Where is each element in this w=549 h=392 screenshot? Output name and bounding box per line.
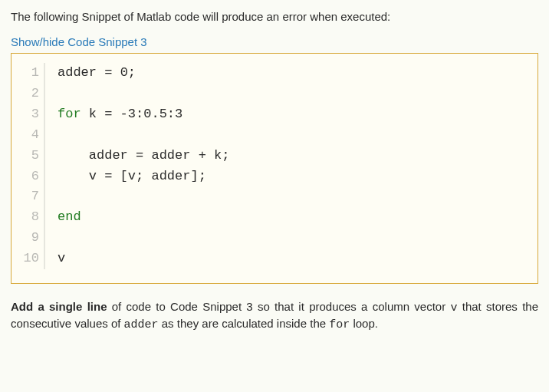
task-part1: of code to Code Snippet 3 so that it pro… (107, 300, 450, 313)
line-number: 7 (22, 186, 44, 207)
gutter-bar (44, 104, 45, 125)
task-code-for: for (329, 318, 350, 331)
code-text: adder = 0; (58, 63, 136, 84)
task-part3: as they are calculated inside the (159, 317, 330, 330)
line-number: 8 (22, 207, 44, 228)
gutter-bar (44, 84, 45, 104)
line-number: 3 (22, 104, 44, 125)
line-number: 4 (22, 125, 44, 146)
code-line: 10v (22, 249, 527, 269)
line-number: 9 (22, 228, 44, 249)
line-number: 2 (22, 84, 44, 104)
code-text: v (58, 249, 65, 269)
code-text (58, 125, 65, 146)
code-line: 4 (22, 125, 527, 146)
gutter-bar (44, 249, 45, 269)
code-block: 1adder = 0;2 3for k = -3:0.5:34 5 adder … (22, 63, 527, 269)
gutter-bar (44, 207, 45, 228)
code-text (58, 186, 65, 207)
code-text: end (58, 207, 81, 228)
line-number: 10 (22, 249, 44, 269)
line-number: 5 (22, 146, 44, 166)
intro-text: The following Snippet of Matlab code wil… (11, 9, 538, 25)
code-text (58, 228, 65, 249)
task-part4: loop. (350, 317, 378, 330)
code-text: adder = adder + k; (58, 146, 229, 166)
code-line: 5 adder = adder + k; (22, 146, 527, 166)
gutter-bar (44, 63, 45, 84)
code-snippet-box: 1adder = 0;2 3for k = -3:0.5:34 5 adder … (11, 53, 538, 284)
code-line: 2 (22, 84, 527, 104)
task-code-adder: adder (124, 318, 159, 331)
code-line: 3for k = -3:0.5:3 (22, 104, 527, 125)
gutter-bar (44, 146, 45, 166)
code-text (58, 84, 65, 104)
gutter-bar (44, 125, 45, 146)
code-line: 1adder = 0; (22, 63, 527, 84)
gutter-bar (44, 186, 45, 207)
task-text: Add a single line of code to Code Snippe… (11, 299, 538, 334)
code-line: 9 (22, 228, 527, 249)
code-line: 8end (22, 207, 527, 228)
line-number: 6 (22, 166, 44, 187)
code-line: 7 (22, 186, 527, 207)
gutter-bar (44, 166, 45, 187)
code-line: 6 v = [v; adder]; (22, 166, 527, 187)
gutter-bar (44, 228, 45, 249)
code-text: for k = -3:0.5:3 (58, 104, 182, 125)
task-bold-lead: Add a single line (11, 300, 107, 313)
line-number: 1 (22, 63, 44, 84)
code-text: v = [v; adder]; (58, 166, 206, 187)
toggle-code-link[interactable]: Show/hide Code Snippet 3 (11, 35, 147, 48)
